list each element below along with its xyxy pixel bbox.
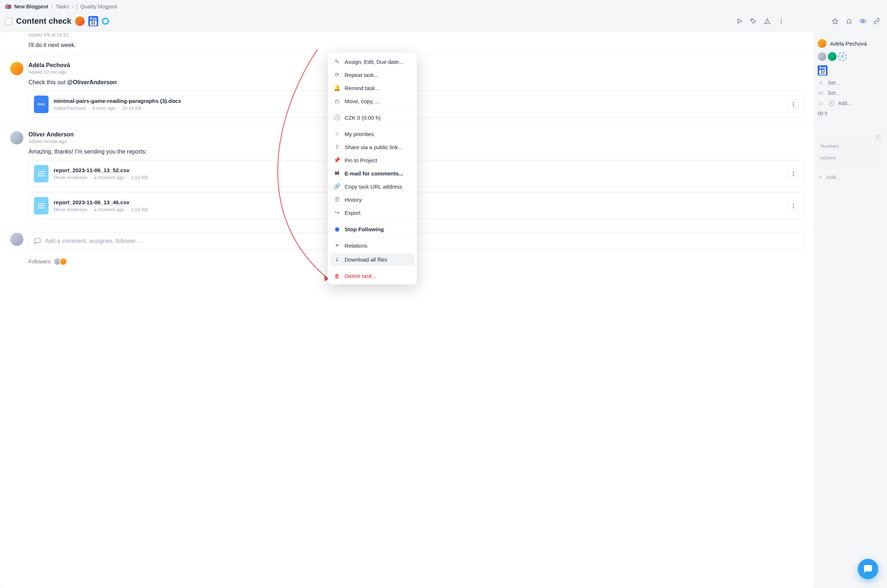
mail-icon: ✉ bbox=[334, 170, 340, 177]
menu-history[interactable]: ☰History bbox=[328, 193, 417, 206]
comment-text: I'll do it next week. bbox=[29, 42, 804, 48]
sidebar-member-avatar[interactable] bbox=[818, 52, 827, 61]
clock-icon: 🕑 bbox=[334, 114, 340, 121]
comment-icon bbox=[34, 237, 41, 245]
task-context-menu: ✎Assign, Edit, Due date... ⟳Repeat task.… bbox=[328, 53, 417, 285]
comment: Oliver Anderson Added 5/9 at 10:52 I'll … bbox=[0, 32, 814, 56]
breadcrumb: 🇬🇧 New Blogpost › Tasks › Quality blogpo… bbox=[0, 0, 887, 13]
chevron-right-icon: › bbox=[51, 4, 53, 9]
breadcrumb-more-icon[interactable] bbox=[76, 4, 77, 9]
due-date-chip[interactable]: Aug22 bbox=[88, 16, 98, 26]
link-icon[interactable] bbox=[872, 16, 882, 26]
menu-repeat[interactable]: ⟳Repeat task... bbox=[328, 68, 417, 81]
custom-field-number[interactable]: Number) bbox=[818, 141, 883, 151]
folder-icon: 🗀 bbox=[334, 98, 340, 104]
more-menu-button[interactable] bbox=[776, 16, 786, 26]
bell-icon: 🔔 bbox=[334, 85, 340, 91]
breadcrumb-section[interactable]: Tasks bbox=[56, 4, 69, 9]
add-member-button[interactable] bbox=[838, 52, 847, 61]
eye-icon[interactable] bbox=[858, 16, 868, 26]
export-icon: ↪ bbox=[334, 209, 340, 216]
task-title: Content check bbox=[16, 16, 72, 26]
breadcrumb-project[interactable]: New Blogpost bbox=[14, 4, 48, 9]
tag-icon: 🏷 bbox=[818, 90, 824, 96]
trash-icon: 🗑 bbox=[334, 273, 340, 279]
menu-stop-following[interactable]: ◉Stop Following bbox=[328, 222, 417, 236]
sidebar-add-button[interactable]: ＋Add... bbox=[818, 171, 883, 183]
attachment-meta: Adéla Pechová · 9 mins ago · 28.15 KB bbox=[54, 105, 181, 111]
custom-field-input[interactable]: C bbox=[818, 135, 883, 140]
mention[interactable]: @OliverAnderson bbox=[67, 79, 117, 86]
file-csv-icon bbox=[34, 197, 48, 214]
attachment-meta: Oliver Anderson · a moment ago · 1.53 KB bbox=[54, 207, 148, 212]
attachment-name: report_2023-11-06_13_52.csv bbox=[54, 167, 148, 173]
project-flag-icon: 🇬🇧 bbox=[5, 4, 11, 9]
menu-priorities[interactable]: ☆My priorities bbox=[328, 127, 417, 140]
follower-avatar[interactable] bbox=[59, 258, 67, 266]
sidebar-set-link[interactable]: Set... bbox=[828, 80, 840, 86]
sidebar-assignee-name: Adéla Pechová bbox=[830, 40, 867, 47]
file-csv-icon bbox=[34, 165, 48, 182]
sidebar-member-avatar[interactable] bbox=[828, 52, 837, 61]
chat-icon bbox=[863, 564, 873, 574]
comment-meta: Added 5/9 at 10:52 bbox=[29, 32, 804, 38]
attachment-meta: Oliver Anderson · a moment ago · 1.53 KB bbox=[54, 175, 148, 180]
download-icon: ⤓ bbox=[334, 256, 340, 262]
svg-point-1 bbox=[752, 20, 753, 20]
share-icon: ⇪ bbox=[334, 144, 340, 150]
tag-icon[interactable] bbox=[748, 16, 759, 26]
list-icon: ☰ bbox=[334, 196, 340, 203]
comment-avatar bbox=[10, 62, 23, 75]
menu-email[interactable]: ✉E-mail for comments... bbox=[328, 167, 417, 180]
star-icon: ☆ bbox=[334, 130, 340, 137]
file-doc-icon: DOC bbox=[34, 96, 48, 113]
svg-point-6 bbox=[862, 20, 864, 22]
warning-icon[interactable] bbox=[762, 16, 773, 26]
menu-copy-url[interactable]: 🔗Copy task URL address bbox=[328, 180, 417, 193]
custom-field-input[interactable] bbox=[818, 165, 883, 169]
attachment-more-button[interactable] bbox=[788, 168, 798, 179]
play-icon[interactable] bbox=[734, 16, 745, 26]
link-icon: 🔗 bbox=[334, 183, 340, 190]
breadcrumb-task[interactable]: Quality blogpost bbox=[80, 4, 117, 9]
attachment-name: report_2023-11-06_13_46.csv bbox=[54, 199, 148, 206]
complete-checkbox[interactable] bbox=[5, 18, 12, 25]
menu-export[interactable]: ↪Export bbox=[328, 206, 417, 219]
pencil-icon: ✎ bbox=[334, 58, 340, 65]
menu-download-all[interactable]: ⤓Download all files bbox=[330, 253, 415, 266]
composer-avatar bbox=[10, 233, 23, 246]
kbd-hint: C bbox=[876, 135, 881, 140]
bell-icon[interactable] bbox=[844, 16, 854, 26]
menu-assign[interactable]: ✎Assign, Edit, Due date... bbox=[328, 55, 417, 68]
relations-icon: ⚭ bbox=[334, 242, 340, 249]
eye-icon: ◉ bbox=[334, 226, 340, 232]
repeat-icon: ⟳ bbox=[334, 72, 340, 78]
chat-fab[interactable] bbox=[858, 559, 878, 579]
followers-label: Followers: bbox=[29, 259, 52, 264]
comment-avatar bbox=[10, 131, 23, 144]
sidebar-date-chip[interactable]: Aug22 bbox=[818, 65, 827, 75]
sidebar-assignee-avatar[interactable] bbox=[818, 39, 827, 48]
attachment-more-button[interactable] bbox=[788, 99, 798, 110]
menu-share[interactable]: ⇪Share via a public link... bbox=[328, 140, 417, 154]
sidebar-set-link[interactable]: Set... bbox=[828, 90, 840, 96]
custom-field-dropdown[interactable]: odown) bbox=[818, 153, 883, 163]
sidebar-add-time[interactable]: Add... bbox=[838, 100, 852, 106]
menu-relations[interactable]: ⚭Relations bbox=[328, 239, 417, 252]
task-header: Content check Aug22 bbox=[0, 13, 887, 31]
menu-cost[interactable]: 🕑CZK 0 (0:00 h) bbox=[328, 111, 417, 124]
menu-delete[interactable]: 🗑Delete task... bbox=[328, 269, 417, 282]
attachment-more-button[interactable] bbox=[788, 201, 798, 211]
menu-pin[interactable]: 📌Pin to Project bbox=[328, 154, 417, 167]
menu-remind[interactable]: 🔔Remind task... bbox=[328, 81, 417, 94]
svg-point-3 bbox=[767, 22, 768, 22]
menu-move[interactable]: 🗀Move, copy, ... bbox=[328, 94, 417, 108]
warning-icon: ⚠ bbox=[818, 80, 824, 86]
play-icon: ▷ bbox=[818, 100, 824, 106]
assignee-avatar[interactable] bbox=[75, 16, 85, 26]
pin-icon: 📌 bbox=[334, 157, 340, 164]
star-icon[interactable] bbox=[830, 16, 840, 26]
status-ring-icon[interactable] bbox=[102, 18, 109, 25]
svg-marker-0 bbox=[738, 19, 742, 23]
task-sidebar: Adéla Pechová Aug22 ⚠Set... 🏷Set... ▷🕑Ad… bbox=[814, 31, 887, 588]
